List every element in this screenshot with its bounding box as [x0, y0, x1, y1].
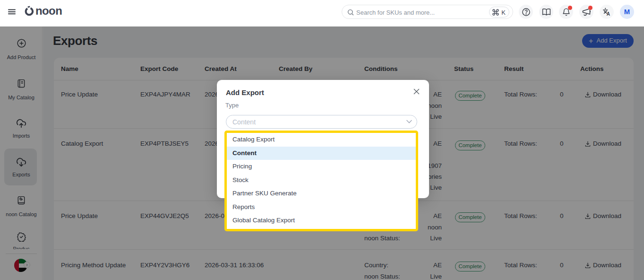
svg-text:A: A: [607, 11, 610, 17]
